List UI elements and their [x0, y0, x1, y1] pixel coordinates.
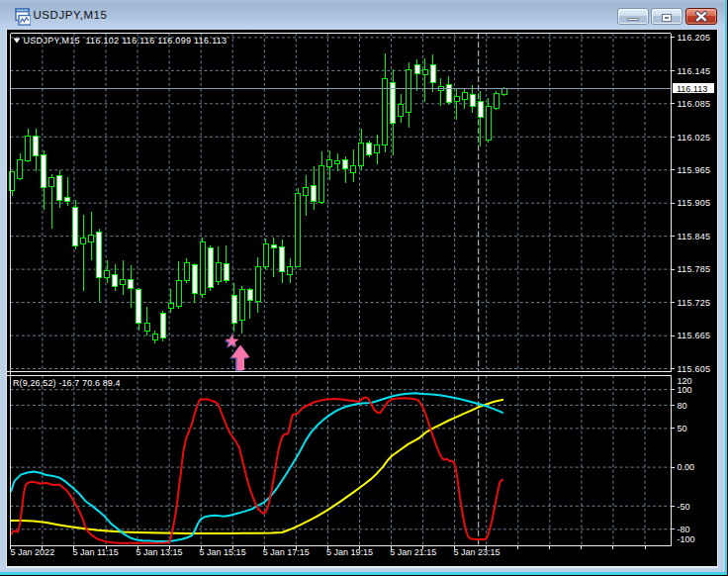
svg-text:116.025: 116.025: [678, 133, 711, 143]
svg-text:-100: -100: [678, 534, 695, 544]
svg-text:115.845: 115.845: [678, 232, 711, 241]
svg-text:-80: -80: [678, 525, 690, 534]
svg-text:115.725: 115.725: [678, 298, 711, 308]
svg-text:5 Jan 13:15: 5 Jan 13:15: [136, 547, 183, 557]
svg-text:115.665: 115.665: [678, 331, 711, 340]
svg-text:5 Jan 23:15: 5 Jan 23:15: [453, 547, 500, 557]
svg-text:115.605: 115.605: [678, 364, 711, 374]
svg-text:115.785: 115.785: [678, 264, 711, 274]
svg-text:-50: -50: [678, 502, 690, 512]
svg-text:115.965: 115.965: [678, 165, 711, 175]
svg-text:50: 50: [678, 424, 687, 433]
svg-text:5 Jan 2022: 5 Jan 2022: [11, 547, 55, 557]
svg-text:100: 100: [678, 385, 692, 395]
svg-text:5 Jan 11:15: 5 Jan 11:15: [72, 547, 118, 557]
svg-text:5 Jan 15:15: 5 Jan 15:15: [200, 547, 246, 557]
svg-text:5 Jan 21:15: 5 Jan 21:15: [390, 547, 436, 557]
svg-text:116.113: 116.113: [677, 84, 707, 94]
svg-text:116.085: 116.085: [678, 99, 711, 109]
svg-text:USDJPY,M15 116.102 116.116 11: USDJPY,M15 116.102 116.116 116.099 116.1…: [24, 36, 228, 46]
svg-text:5 Jan 17:15: 5 Jan 17:15: [263, 547, 310, 557]
svg-text:R(9,26,52) -16.7 70.6 89.4: R(9,26,52) -16.7 70.6 89.4: [13, 378, 121, 388]
svg-text:116.205: 116.205: [678, 33, 711, 43]
svg-text:80: 80: [678, 401, 687, 411]
svg-text:0.00: 0.00: [678, 462, 695, 472]
svg-text:5 Jan 19:15: 5 Jan 19:15: [326, 547, 373, 557]
svg-text:115.905: 115.905: [678, 198, 711, 208]
svg-text:116.145: 116.145: [678, 66, 711, 76]
